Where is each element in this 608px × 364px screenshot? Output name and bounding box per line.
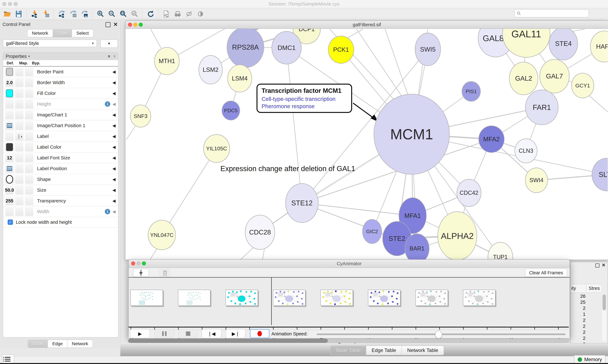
frame-6[interactable] — [415, 290, 448, 306]
default-cell[interactable] — [5, 143, 14, 152]
default-cell[interactable]: 2.0 — [5, 78, 14, 87]
position-icon[interactable] — [7, 123, 12, 128]
slider-knob[interactable] — [435, 331, 442, 338]
style-options-button[interactable]: ▼ — [100, 39, 118, 48]
maximize-icon[interactable] — [142, 261, 146, 265]
property-row-label[interactable]: ⋮›Label◀ — [3, 131, 118, 142]
collapse-row-icon[interactable]: ◀ — [112, 123, 116, 128]
property-row-label-color[interactable]: Label Color◀ — [3, 142, 118, 153]
map-cell[interactable] — [15, 100, 23, 108]
delete-frame-button[interactable] — [160, 269, 170, 277]
default-cell[interactable] — [5, 100, 14, 108]
map-cell[interactable] — [15, 143, 23, 152]
horizontal-scrollbar[interactable] — [128, 339, 568, 343]
annotation-link[interactable]: Pheromone response — [262, 103, 347, 109]
node-DMC1[interactable]: DMC1 — [272, 31, 302, 64]
close-window-icon[interactable] — [2, 2, 6, 6]
collapse-row-icon[interactable]: ◀ — [112, 102, 116, 106]
frame-1[interactable] — [178, 290, 210, 306]
default-cell[interactable] — [5, 164, 14, 173]
node-GAL7[interactable]: GAL7 — [539, 59, 569, 93]
node-MFA2[interactable]: MFA2 — [479, 126, 504, 153]
node-CLN3[interactable]: CLN3 — [515, 139, 537, 163]
refresh-view-icon[interactable] — [146, 9, 155, 18]
play-button[interactable]: ▶ — [130, 329, 150, 338]
minimize-icon[interactable] — [133, 23, 138, 27]
map-cell[interactable] — [15, 78, 23, 87]
default-cell[interactable] — [5, 132, 14, 141]
property-row-size[interactable]: 50.0Size◀ — [3, 185, 118, 195]
map-cell[interactable] — [15, 121, 23, 130]
property-row-border-paint[interactable]: Border Paint◀ — [3, 66, 118, 77]
table-column-stress[interactable]: Stres — [589, 286, 600, 291]
property-row-label-position[interactable]: Label Position◀ — [3, 163, 118, 174]
property-row-border-width[interactable]: 2.0Border Width◀ — [3, 77, 118, 88]
node-CDC28[interactable]: CDC28 — [245, 215, 275, 250]
style-selector[interactable]: galFiltered Style ▾ — [3, 39, 97, 47]
node-SWI5[interactable]: SWI5 — [415, 33, 441, 66]
expand-all-icon[interactable]: » — [107, 55, 112, 58]
cyanimator-titlebar[interactable]: CyAnimator — [129, 260, 570, 268]
close-icon[interactable] — [131, 261, 135, 265]
property-row-shape[interactable]: Shape◀ — [3, 174, 118, 185]
frame-3[interactable] — [273, 290, 305, 306]
property-row-fill-color[interactable]: Fill Color◀ — [3, 88, 118, 99]
position-icon[interactable] — [7, 166, 12, 171]
map-cell[interactable] — [15, 110, 23, 119]
float-panel-icon[interactable] — [105, 22, 111, 27]
save-session-icon[interactable] — [14, 9, 24, 18]
property-row-image-chart-position-1[interactable]: Image/Chart Position 1◀ — [3, 120, 118, 131]
find-tool-icon[interactable] — [173, 9, 182, 18]
node-CDC42[interactable]: CDC42 — [457, 179, 481, 207]
export-table-icon[interactable] — [68, 9, 78, 18]
property-row-transparency[interactable]: 255Transparency◀ — [3, 195, 118, 206]
zoom-selected-icon[interactable] — [130, 9, 139, 18]
export-network-icon[interactable] — [57, 9, 67, 18]
network-window-titlebar[interactable]: galFiltered.sif — [125, 21, 608, 29]
collapse-row-icon[interactable]: ◀ — [112, 91, 116, 96]
collapse-row-icon[interactable]: ◀ — [112, 209, 116, 214]
property-row-height[interactable]: Heighti◀ — [3, 99, 118, 110]
zoom-window-icon[interactable] — [14, 2, 18, 6]
bypass-cell[interactable] — [25, 67, 33, 76]
vertical-scrollbar[interactable] — [602, 294, 607, 341]
collapse-row-icon[interactable]: ◀ — [112, 198, 116, 203]
default-swatch[interactable] — [6, 89, 13, 97]
map-cell[interactable] — [15, 153, 23, 162]
network-canvas[interactable]: DCP1RPS28ADMC1PCK1MTH1LSM2LSM4SNF3PDC5YI… — [125, 29, 608, 260]
timeline[interactable]: 0 1 2 3 4 5 6 7 8 9 Seconds — [129, 278, 570, 329]
bypass-cell[interactable] — [25, 175, 33, 184]
info-icon[interactable]: i — [105, 209, 110, 214]
zoom-in-icon[interactable] — [96, 9, 105, 18]
node-GIC2[interactable]: GIC2 — [362, 219, 382, 244]
collapse-row-icon[interactable]: ◀ — [112, 80, 116, 85]
tab-node-table[interactable]: Node Table — [330, 346, 366, 355]
frame-4[interactable] — [320, 290, 353, 306]
node-MTH1[interactable]: MTH1 — [154, 47, 180, 75]
scrollbar-thumb[interactable] — [128, 339, 328, 343]
node-FAR1[interactable]: FAR1 — [525, 90, 558, 125]
clear-all-frames-button[interactable]: Clear All Frames — [525, 269, 567, 277]
discrete-mapping-icon[interactable]: ⋮› — [17, 134, 22, 139]
show-detail-icon[interactable] — [195, 9, 205, 18]
tab-edge[interactable]: Edge — [48, 340, 67, 348]
close-panel-icon[interactable]: ✕ — [602, 262, 606, 268]
tab-select[interactable]: Select — [72, 29, 94, 37]
collapse-row-icon[interactable]: ◀ — [112, 166, 116, 171]
playhead[interactable] — [271, 277, 272, 325]
bypass-cell[interactable] — [25, 207, 33, 216]
import-table-icon[interactable] — [41, 9, 51, 18]
bypass-cell[interactable] — [25, 164, 33, 173]
collapse-row-icon[interactable]: ◀ — [112, 188, 116, 193]
collapse-row-icon[interactable]: ◀ — [112, 145, 116, 150]
property-row-width[interactable]: Widthi◀ — [3, 206, 118, 217]
collapse-all-icon[interactable]: » — [112, 55, 117, 58]
tab-edge-table[interactable]: Edge Table — [366, 346, 402, 355]
bypass-cell[interactable] — [25, 196, 33, 205]
node-SWI4[interactable]: SWI4 — [525, 168, 548, 193]
skip-to-start-button[interactable]: ❘◀ — [202, 329, 221, 338]
skip-to-end-button[interactable]: ▶❘ — [226, 329, 245, 338]
frame-5[interactable] — [368, 290, 401, 306]
default-cell[interactable] — [5, 175, 14, 184]
bypass-cell[interactable] — [25, 153, 33, 162]
